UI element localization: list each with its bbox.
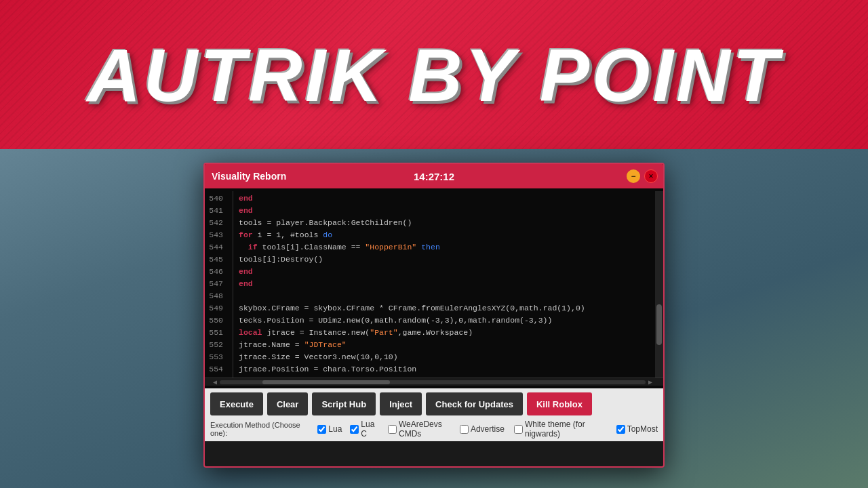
vertical-scrollbar[interactable] — [655, 191, 663, 378]
line-numbers: 540 541 542 543 544 545 546 547 548 549 … — [205, 191, 233, 378]
controls-panel: Execute Clear Script Hub Inject Check fo… — [205, 388, 663, 441]
titlebar: Visuality Reborn 14:27:12 − × — [205, 164, 663, 188]
titlebar-buttons: − × — [627, 169, 658, 183]
wearedevs-option[interactable]: WeAreDevs CMDs — [388, 420, 460, 439]
wearedevs-checkbox[interactable] — [388, 425, 397, 434]
banner: AUTRIK BY POINT — [0, 0, 868, 149]
white-theme-label: White theme (for nigwards) — [525, 420, 607, 439]
options-row: Execution Method (Choose one): Lua Lua C… — [210, 420, 658, 439]
white-theme-option[interactable]: White theme (for nigwards) — [514, 420, 607, 439]
close-button[interactable]: × — [644, 169, 658, 183]
button-row: Execute Clear Script Hub Inject Check fo… — [210, 392, 658, 415]
lua-c-option[interactable]: Lua C — [350, 420, 380, 439]
main-window: Visuality Reborn 14:27:12 − × 540 541 54… — [203, 163, 665, 468]
kill-roblox-button[interactable]: Kill Roblox — [527, 392, 592, 415]
code-content: end end tools = player.Backpack:GetChild… — [233, 191, 655, 378]
execute-button[interactable]: Execute — [210, 392, 263, 415]
topmost-label: TopMost — [627, 424, 658, 434]
lua-option[interactable]: Lua — [317, 424, 342, 434]
options-right: Advertise White theme (for nigwards) Top… — [460, 420, 658, 439]
options-left: Execution Method (Choose one): Lua Lua C… — [210, 420, 460, 439]
window-title: Visuality Reborn — [212, 171, 286, 182]
advertise-option[interactable]: Advertise — [460, 424, 505, 434]
white-theme-checkbox[interactable] — [514, 425, 523, 434]
wearedevs-label: WeAreDevs CMDs — [399, 420, 460, 439]
script-hub-button[interactable]: Script Hub — [312, 392, 376, 415]
lua-c-checkbox[interactable] — [350, 425, 359, 434]
hscroll-thumb[interactable] — [262, 380, 390, 384]
execution-method-label: Execution Method (Choose one): — [210, 421, 309, 437]
advertise-label: Advertise — [471, 424, 505, 434]
lua-label: Lua — [328, 424, 342, 434]
banner-title: AUTRIK BY POINT — [87, 32, 781, 118]
topmost-option[interactable]: TopMost — [616, 424, 658, 434]
hscroll-track[interactable] — [220, 380, 646, 384]
inject-button[interactable]: Inject — [380, 392, 422, 415]
minimize-button[interactable]: − — [627, 169, 640, 183]
topmost-checkbox[interactable] — [616, 425, 625, 434]
code-editor[interactable]: 540 541 542 543 544 545 546 547 548 549 … — [205, 188, 663, 388]
clear-button[interactable]: Clear — [267, 392, 309, 415]
check-updates-button[interactable]: Check for Updates — [426, 392, 523, 415]
lua-checkbox[interactable] — [317, 425, 326, 434]
horizontal-scrollbar[interactable]: ◀ ▶ — [205, 378, 663, 386]
window-time: 14:27:12 — [414, 171, 454, 182]
scroll-thumb[interactable] — [656, 304, 662, 345]
lua-c-label: Lua C — [361, 420, 380, 439]
advertise-checkbox[interactable] — [460, 425, 469, 434]
